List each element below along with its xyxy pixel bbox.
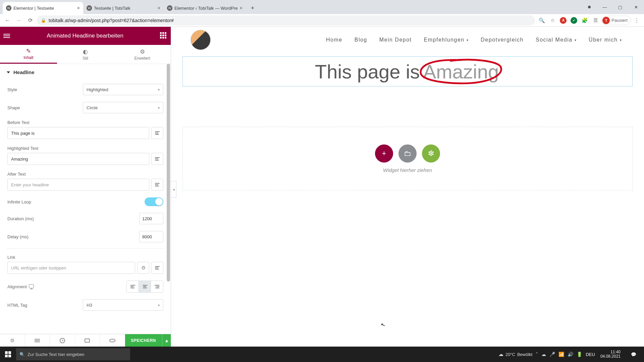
select-style[interactable]: Highlighted ▾ [83,84,163,95]
zoom-icon[interactable]: 🔍 [537,16,546,25]
site-logo-avatar[interactable] [191,30,211,50]
input-duration[interactable]: 1200 [139,213,163,224]
word-app[interactable]: W [178,347,195,362]
navigator-button[interactable] [25,334,50,347]
wifi-icon[interactable]: 📶 [558,352,564,357]
volume-icon[interactable]: 🔊 [568,352,573,357]
task-view-button[interactable]: ▭ [130,347,146,362]
close-window-button[interactable]: ✕ [628,0,644,14]
taskbar-search[interactable]: 🔍 Zur Suche Text hier eingeben [16,348,130,360]
mail-app[interactable]: ✉25 [162,347,178,362]
label-delay: Delay (ms) [7,234,29,239]
close-tab-icon[interactable]: × [158,5,160,11]
input-delay[interactable]: 8000 [139,231,163,242]
calculator-app[interactable]: 🖩 [307,347,323,362]
obs-app[interactable]: ◉ [243,347,259,362]
settings-button[interactable]: ⚙ [0,334,25,347]
notepad-app[interactable]: 📄 [291,347,307,362]
tab-advanced[interactable]: ⚙ Erweitert [114,45,171,64]
responsive-icon[interactable] [29,284,34,288]
scrollbar-thumb[interactable] [167,64,170,282]
extensions-puzzle-icon[interactable]: 🧩 [580,16,589,25]
input-link[interactable]: URL einfügen oder lostippen [7,262,135,274]
panel-scrollbar[interactable] [166,64,171,334]
save-button[interactable]: SPEICHERN [125,334,162,347]
excel-app[interactable]: X [195,347,211,362]
extension-green-icon[interactable]: ✓ [569,16,579,25]
input-before-text[interactable]: This page is [7,127,149,139]
select-value: Circle [87,105,98,110]
history-button[interactable] [50,334,75,347]
profile-avatar-icon: T [602,17,610,24]
address-bar[interactable]: 🔒 tobitalk.at/wp-admin/post.php?post=627… [37,15,535,25]
kebab-menu-icon[interactable]: ⋮ [632,16,641,25]
menu-button[interactable] [3,34,10,38]
action-center-button[interactable]: 💬 [626,352,641,357]
extension-abp-icon[interactable]: A [558,16,568,25]
editor-canvas[interactable]: Home Blog Mein Depot Empfehlungen▾ Depot… [171,27,644,347]
minimize-button[interactable]: — [597,0,612,14]
browser-tab-3[interactable]: W Elementor ‹ TobiTalk — WordPre × [164,2,246,14]
tab-content[interactable]: ✎ Inhalt [0,45,57,64]
profile-pill[interactable]: T Pausiert [601,16,631,25]
powerpoint-app[interactable]: P [211,347,227,362]
file-explorer-app[interactable]: 📁 [146,347,162,362]
battery-icon[interactable]: 🔋 [577,352,582,357]
dynamic-tags-button[interactable] [151,179,163,191]
nav-compare[interactable]: Depotvergleich [475,34,530,46]
spotify-app[interactable]: ● [323,347,339,362]
close-tab-icon[interactable]: × [77,5,80,11]
link-options-button[interactable]: ⚙ [137,262,149,274]
nav-depot[interactable]: Mein Depot [373,34,418,46]
back-button[interactable]: ← [3,16,12,25]
chrome-app[interactable]: 🌐 [259,347,275,362]
nav-home[interactable]: Home [320,34,348,46]
dynamic-tags-button[interactable] [151,127,163,139]
tab-style[interactable]: ◐ Stil [57,45,114,64]
collapse-panel-button[interactable]: ◂ [171,181,176,198]
language-indicator[interactable]: DEU [586,352,595,357]
account-dot-icon[interactable] [582,0,597,14]
weather-widget[interactable]: ☁ 20°C Bewölkt [498,351,533,357]
preview-button[interactable] [100,334,125,347]
nav-about[interactable]: Über mich▾ [583,34,628,46]
add-template-button[interactable]: 🗀 [398,144,417,163]
browser-tab-1[interactable]: W Elementor | Testseite × [3,2,83,14]
add-section-button[interactable]: + [375,144,393,163]
browser-tab-2[interactable]: W Testseite | TobiTalk × [83,2,164,14]
brave-app[interactable]: 🦁 [227,347,243,362]
toggle-infinite-loop[interactable] [145,197,163,206]
tray-chevron-up-icon[interactable]: ˄ [536,352,538,357]
select-html-tag[interactable]: H3 ▾ [83,299,163,311]
align-left-button[interactable] [127,281,139,292]
start-button[interactable] [0,347,16,362]
empty-section-dropzone[interactable]: + 🗀 ❇ Widget hierher ziehen [182,127,633,190]
save-options-button[interactable]: ▴ [162,334,171,347]
dynamic-tags-button[interactable] [151,262,163,274]
align-right-button[interactable] [151,281,163,292]
bookmark-star-icon[interactable]: ☆ [548,16,557,25]
nav-blog[interactable]: Blog [348,34,373,46]
maximize-button[interactable]: ▢ [612,0,628,14]
accordion-headline[interactable]: Headline [0,64,171,80]
microphone-icon[interactable]: 🎤 [549,352,555,357]
close-tab-icon[interactable]: × [240,5,243,11]
clock[interactable]: 11:40 04.08.2021 [598,350,623,359]
envato-templates-button[interactable]: ❇ [422,144,440,163]
select-shape[interactable]: Circle ▾ [83,102,163,113]
forward-button[interactable]: → [14,16,23,25]
input-highlighted-text[interactable]: Amazing [7,153,149,165]
widgets-grid-button[interactable] [160,32,167,40]
new-tab-button[interactable]: + [248,3,257,13]
dynamic-tags-button[interactable] [151,153,163,165]
reload-button[interactable]: ⟳ [25,16,35,25]
nav-social[interactable]: Social Media▾ [530,34,583,46]
onedrive-icon[interactable]: ☁ [541,352,546,357]
reading-list-icon[interactable]: ☰ [591,16,600,25]
input-after-text[interactable]: Enter your headline [7,179,149,191]
selected-widget-headline[interactable]: This page is Amazing [182,56,633,86]
edge-app[interactable]: e [275,347,291,362]
nav-recommendations[interactable]: Empfehlungen▾ [418,34,475,46]
responsive-mode-button[interactable] [75,334,100,347]
align-center-button[interactable] [139,281,151,292]
